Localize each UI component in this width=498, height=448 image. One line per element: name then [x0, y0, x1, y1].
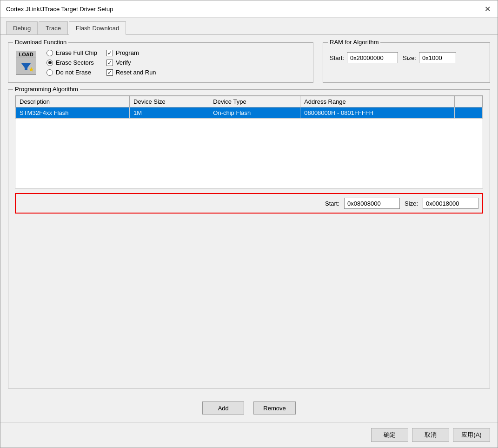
- checkbox-verify-box: ✓: [106, 60, 113, 66]
- col-device-type: Device Type: [209, 96, 300, 107]
- ram-inner: Start: Size:: [330, 52, 483, 63]
- cell-device-type: On-chip Flash: [209, 107, 300, 119]
- ram-for-algorithm-group: RAM for Algorithm Start: Size:: [323, 42, 490, 83]
- cell-address-range: 08008000H - 0801FFFFH: [300, 107, 455, 119]
- radio-do-not-erase[interactable]: Do not Erase: [46, 69, 97, 76]
- title-bar: Cortex JLink/JTrace Target Driver Setup …: [0, 0, 498, 18]
- main-content: Download Function LOAD ★: [0, 35, 498, 422]
- radio-do-not-erase-label: Do not Erase: [56, 69, 91, 76]
- download-function-label: Download Function: [13, 39, 68, 46]
- radio-erase-sectors-circle: [46, 60, 53, 66]
- radio-dot: [48, 61, 52, 64]
- algo-table-container: Description Device Size Device Type Addr…: [15, 95, 483, 188]
- ram-start-field: Start:: [330, 52, 398, 63]
- tab-debug[interactable]: Debug: [6, 21, 38, 34]
- tab-trace[interactable]: Trace: [39, 21, 68, 34]
- top-row: Download Function LOAD ★: [8, 42, 490, 89]
- download-function-group: Download Function LOAD ★: [8, 42, 313, 83]
- table-row[interactable]: STM32F4xx Flash 1M On-chip Flash 0800800…: [16, 107, 483, 119]
- radio-do-not-erase-circle: [46, 69, 53, 76]
- cell-description: STM32F4xx Flash: [16, 107, 130, 119]
- tab-flash-download[interactable]: Flash Download: [69, 21, 126, 35]
- col-description: Description: [16, 96, 130, 107]
- add-button[interactable]: Add: [202, 401, 244, 415]
- algo-table: Description Device Size Device Type Addr…: [15, 96, 483, 119]
- col-extra: [455, 96, 483, 107]
- load-icon: LOAD ★: [15, 50, 37, 75]
- algo-table-header-row: Description Device Size Device Type Addr…: [16, 96, 483, 107]
- algo-bottom-fields: Start: Size:: [15, 193, 483, 214]
- ram-size-label: Size:: [403, 54, 416, 61]
- checkbox-reset-run-box: ✓: [106, 69, 113, 76]
- window-title: Cortex JLink/JTrace Target Driver Setup: [6, 6, 113, 13]
- tab-bar: Debug Trace Flash Download: [0, 18, 498, 35]
- checkbox-program[interactable]: ✓ Program: [106, 49, 156, 56]
- algo-size-label: Size:: [405, 200, 418, 207]
- main-window: Cortex JLink/JTrace Target Driver Setup …: [0, 0, 498, 448]
- arrow-down-icon: [21, 63, 31, 70]
- ram-for-algorithm-label: RAM for Algorithm: [328, 39, 380, 46]
- ram-size-field: Size:: [403, 52, 456, 63]
- cell-extra: [455, 107, 483, 119]
- algo-start-input[interactable]: [344, 198, 400, 209]
- radio-erase-sectors[interactable]: Erase Sectors: [46, 59, 97, 66]
- radio-erase-full-label: Erase Full Chip: [56, 49, 97, 56]
- ram-start-input[interactable]: [347, 52, 398, 63]
- cancel-button[interactable]: 取消: [412, 428, 449, 442]
- checkbox-program-box: ✓: [106, 50, 113, 56]
- checkbox-reset-run-label: Reset and Run: [116, 69, 156, 76]
- ram-start-label: Start:: [330, 54, 344, 61]
- checkbox-reset-run[interactable]: ✓ Reset and Run: [106, 69, 156, 76]
- ok-button[interactable]: 确定: [371, 428, 408, 442]
- radio-erase-full-chip[interactable]: Erase Full Chip: [46, 49, 97, 56]
- cell-device-size: 1M: [130, 107, 209, 119]
- programming-algorithm-group: Programming Algorithm Description Device…: [8, 89, 490, 388]
- col-device-size: Device Size: [130, 96, 209, 107]
- apply-button[interactable]: 应用(A): [453, 428, 490, 442]
- algo-start-label: Start:: [325, 200, 339, 207]
- download-function-inner: LOAD ★ Erase Full Ch: [15, 48, 306, 76]
- checkbox-program-label: Program: [116, 49, 139, 56]
- load-text: LOAD: [16, 51, 36, 58]
- remove-button[interactable]: Remove: [253, 401, 295, 415]
- col-address-range: Address Range: [300, 96, 455, 107]
- checkbox-verify-label: Verify: [116, 59, 131, 66]
- checkbox-verify[interactable]: ✓ Verify: [106, 59, 156, 66]
- footer-buttons: 确定 取消 应用(A): [0, 422, 498, 448]
- ram-size-input[interactable]: [419, 52, 456, 63]
- close-button[interactable]: ✕: [483, 4, 492, 13]
- algo-size-input[interactable]: [423, 198, 478, 209]
- load-icon-bottom: ★: [16, 58, 36, 75]
- checkbox-group: ✓ Program ✓ Verify ✓ Reset and Run: [106, 49, 156, 76]
- programming-algorithm-label: Programming Algorithm: [13, 86, 80, 93]
- erase-radio-group: Erase Full Chip Erase Sectors Do not Era…: [46, 49, 97, 76]
- radio-erase-sectors-label: Erase Sectors: [56, 59, 94, 66]
- radio-erase-full-circle: [46, 50, 53, 56]
- add-remove-row: Add Remove: [8, 401, 490, 415]
